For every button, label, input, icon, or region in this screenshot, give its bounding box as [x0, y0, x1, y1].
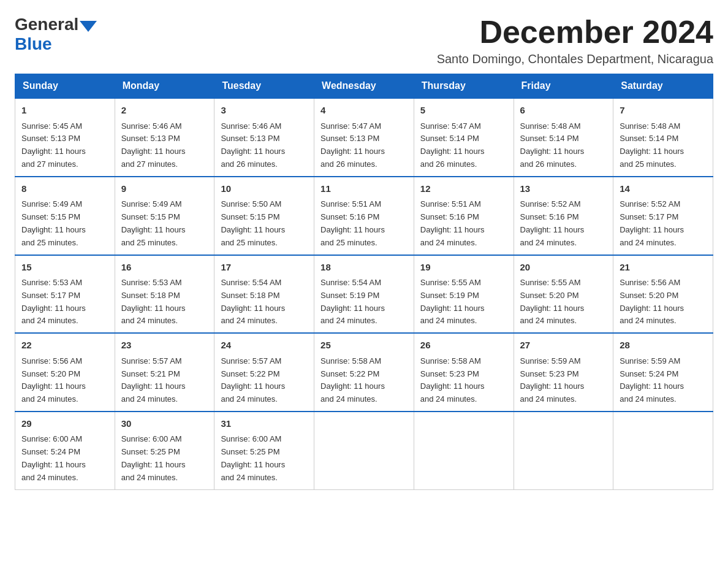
- day-cell: 1 Sunrise: 5:45 AM Sunset: 5:13 PM Dayli…: [15, 98, 115, 177]
- day-number: 20: [520, 261, 607, 275]
- day-info: Sunrise: 5:56 AM Sunset: 5:20 PM Dayligh…: [21, 356, 86, 404]
- day-cell: 22 Sunrise: 5:56 AM Sunset: 5:20 PM Dayl…: [15, 333, 115, 412]
- location-subtitle: Santo Domingo, Chontales Department, Nic…: [437, 52, 713, 66]
- day-info: Sunrise: 5:58 AM Sunset: 5:22 PM Dayligh…: [320, 356, 385, 404]
- logo-blue: Blue: [15, 34, 97, 54]
- day-info: Sunrise: 5:54 AM Sunset: 5:18 PM Dayligh…: [221, 278, 285, 325]
- day-number: 8: [21, 182, 108, 196]
- day-number: 9: [121, 182, 208, 196]
- day-cell: 4 Sunrise: 5:47 AM Sunset: 5:13 PM Dayli…: [314, 98, 414, 177]
- week-row-1: 1 Sunrise: 5:45 AM Sunset: 5:13 PM Dayli…: [15, 98, 713, 177]
- day-number: 13: [520, 182, 607, 196]
- day-cell: 16 Sunrise: 5:53 AM Sunset: 5:18 PM Dayl…: [115, 255, 214, 334]
- day-cell: 3 Sunrise: 5:46 AM Sunset: 5:13 PM Dayli…: [214, 98, 314, 177]
- day-info: Sunrise: 6:00 AM Sunset: 5:25 PM Dayligh…: [121, 434, 186, 481]
- day-info: Sunrise: 5:52 AM Sunset: 5:16 PM Dayligh…: [520, 199, 585, 247]
- day-info: Sunrise: 5:46 AM Sunset: 5:13 PM Dayligh…: [221, 121, 285, 169]
- day-number: 3: [221, 104, 308, 118]
- day-cell: 7 Sunrise: 5:48 AM Sunset: 5:14 PM Dayli…: [613, 98, 713, 177]
- day-number: 2: [121, 104, 208, 118]
- day-info: Sunrise: 5:47 AM Sunset: 5:14 PM Dayligh…: [420, 121, 485, 169]
- day-number: 26: [420, 339, 507, 353]
- day-cell: 13 Sunrise: 5:52 AM Sunset: 5:16 PM Dayl…: [514, 177, 613, 255]
- day-info: Sunrise: 5:58 AM Sunset: 5:23 PM Dayligh…: [420, 356, 485, 404]
- day-number: 28: [620, 339, 707, 353]
- day-number: 31: [221, 417, 308, 431]
- day-number: 21: [620, 261, 707, 275]
- day-cell: 19 Sunrise: 5:55 AM Sunset: 5:19 PM Dayl…: [414, 255, 514, 334]
- week-row-4: 22 Sunrise: 5:56 AM Sunset: 5:20 PM Dayl…: [15, 333, 713, 412]
- day-cell: 15 Sunrise: 5:53 AM Sunset: 5:17 PM Dayl…: [15, 255, 115, 334]
- day-number: 23: [121, 339, 208, 353]
- day-cell: 14 Sunrise: 5:52 AM Sunset: 5:17 PM Dayl…: [613, 177, 713, 255]
- day-info: Sunrise: 5:57 AM Sunset: 5:21 PM Dayligh…: [121, 356, 186, 404]
- day-cell: 29 Sunrise: 6:00 AM Sunset: 5:24 PM Dayl…: [15, 412, 115, 489]
- day-info: Sunrise: 5:49 AM Sunset: 5:15 PM Dayligh…: [121, 199, 186, 247]
- col-header-friday: Friday: [514, 74, 613, 99]
- day-info: Sunrise: 5:48 AM Sunset: 5:14 PM Dayligh…: [620, 121, 684, 169]
- day-number: 6: [520, 104, 607, 118]
- day-number: 11: [320, 182, 408, 196]
- day-number: 24: [221, 339, 308, 353]
- day-info: Sunrise: 5:50 AM Sunset: 5:15 PM Dayligh…: [221, 199, 285, 247]
- day-cell: [414, 412, 514, 489]
- day-info: Sunrise: 5:59 AM Sunset: 5:24 PM Dayligh…: [620, 356, 684, 404]
- day-info: Sunrise: 5:51 AM Sunset: 5:16 PM Dayligh…: [320, 199, 385, 247]
- page-header: General Blue December 2024 Santo Domingo…: [15, 15, 713, 66]
- day-cell: 8 Sunrise: 5:49 AM Sunset: 5:15 PM Dayli…: [15, 177, 115, 255]
- day-number: 15: [21, 261, 108, 275]
- col-header-saturday: Saturday: [613, 74, 713, 99]
- day-cell: 30 Sunrise: 6:00 AM Sunset: 5:25 PM Dayl…: [115, 412, 214, 489]
- day-info: Sunrise: 5:46 AM Sunset: 5:13 PM Dayligh…: [121, 121, 186, 169]
- logo-general: General: [15, 15, 78, 34]
- week-row-2: 8 Sunrise: 5:49 AM Sunset: 5:15 PM Dayli…: [15, 177, 713, 255]
- day-number: 19: [420, 261, 507, 275]
- day-info: Sunrise: 5:49 AM Sunset: 5:15 PM Dayligh…: [21, 199, 86, 247]
- day-cell: 10 Sunrise: 5:50 AM Sunset: 5:15 PM Dayl…: [214, 177, 314, 255]
- day-cell: 28 Sunrise: 5:59 AM Sunset: 5:24 PM Dayl…: [613, 333, 713, 412]
- day-cell: 5 Sunrise: 5:47 AM Sunset: 5:14 PM Dayli…: [414, 98, 514, 177]
- day-cell: 21 Sunrise: 5:56 AM Sunset: 5:20 PM Dayl…: [613, 255, 713, 334]
- week-row-5: 29 Sunrise: 6:00 AM Sunset: 5:24 PM Dayl…: [15, 412, 713, 489]
- week-row-3: 15 Sunrise: 5:53 AM Sunset: 5:17 PM Dayl…: [15, 255, 713, 334]
- col-header-wednesday: Wednesday: [314, 74, 414, 99]
- day-cell: [613, 412, 713, 489]
- day-number: 27: [520, 339, 607, 353]
- day-number: 18: [320, 261, 408, 275]
- day-cell: 23 Sunrise: 5:57 AM Sunset: 5:21 PM Dayl…: [115, 333, 214, 412]
- day-number: 12: [420, 182, 507, 196]
- day-cell: 9 Sunrise: 5:49 AM Sunset: 5:15 PM Dayli…: [115, 177, 214, 255]
- day-cell: 25 Sunrise: 5:58 AM Sunset: 5:22 PM Dayl…: [314, 333, 414, 412]
- day-info: Sunrise: 5:55 AM Sunset: 5:20 PM Dayligh…: [520, 278, 585, 325]
- col-header-thursday: Thursday: [414, 74, 514, 99]
- day-cell: 31 Sunrise: 6:00 AM Sunset: 5:25 PM Dayl…: [214, 412, 314, 489]
- day-number: 10: [221, 182, 308, 196]
- day-info: Sunrise: 5:56 AM Sunset: 5:20 PM Dayligh…: [620, 278, 684, 325]
- day-info: Sunrise: 5:45 AM Sunset: 5:13 PM Dayligh…: [21, 121, 86, 169]
- col-header-sunday: Sunday: [15, 74, 115, 99]
- day-cell: 6 Sunrise: 5:48 AM Sunset: 5:14 PM Dayli…: [514, 98, 613, 177]
- day-info: Sunrise: 5:51 AM Sunset: 5:16 PM Dayligh…: [420, 199, 485, 247]
- logo-triangle-icon: [80, 21, 97, 32]
- day-cell: 18 Sunrise: 5:54 AM Sunset: 5:19 PM Dayl…: [314, 255, 414, 334]
- day-number: 17: [221, 261, 308, 275]
- day-number: 5: [420, 104, 507, 118]
- day-header-row: SundayMondayTuesdayWednesdayThursdayFrid…: [15, 74, 713, 99]
- logo: General Blue: [15, 15, 97, 54]
- day-cell: 24 Sunrise: 5:57 AM Sunset: 5:22 PM Dayl…: [214, 333, 314, 412]
- day-number: 16: [121, 261, 208, 275]
- day-number: 1: [21, 104, 108, 118]
- day-cell: [514, 412, 613, 489]
- day-number: 30: [121, 417, 208, 431]
- day-number: 4: [320, 104, 408, 118]
- day-cell: [314, 412, 414, 489]
- day-number: 14: [620, 182, 707, 196]
- col-header-monday: Monday: [115, 74, 214, 99]
- day-cell: 20 Sunrise: 5:55 AM Sunset: 5:20 PM Dayl…: [514, 255, 613, 334]
- day-info: Sunrise: 5:52 AM Sunset: 5:17 PM Dayligh…: [620, 199, 684, 247]
- day-number: 25: [320, 339, 408, 353]
- calendar-table: SundayMondayTuesdayWednesdayThursdayFrid…: [15, 74, 713, 489]
- title-area: December 2024 Santo Domingo, Chontales D…: [437, 15, 713, 66]
- day-cell: 17 Sunrise: 5:54 AM Sunset: 5:18 PM Dayl…: [214, 255, 314, 334]
- day-info: Sunrise: 5:47 AM Sunset: 5:13 PM Dayligh…: [320, 121, 385, 169]
